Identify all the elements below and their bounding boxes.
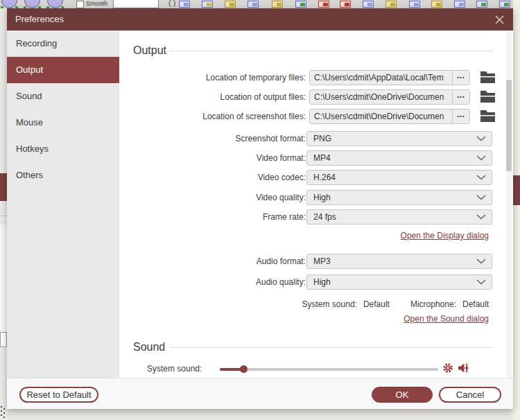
chevron-down-icon: [476, 214, 486, 220]
screenshot-format-dropdown[interactable]: PNG: [306, 131, 492, 146]
background-dot: [1, 406, 2, 408]
dialog-footer: Reset to Default OK Cancel: [7, 378, 513, 409]
parentheses-icon: ( ): [168, 0, 175, 8]
video-quality-value: High: [313, 193, 331, 202]
toolbar-icon: [295, 1, 306, 8]
audio-quality-dropdown[interactable]: High: [306, 274, 492, 290]
audio-format-value: MP3: [313, 256, 331, 266]
section-divider: [170, 347, 494, 348]
toolbar-icon: [202, 1, 213, 8]
open-display-dialog-link[interactable]: Open the Display dialog: [401, 231, 489, 240]
output-files-browse-button[interactable]: •••: [452, 90, 469, 104]
reset-to-default-button[interactable]: Reset to Default: [19, 387, 98, 403]
temporary-files-input[interactable]: [310, 71, 452, 85]
open-sound-dialog-link[interactable]: Open the Sound dialog: [404, 314, 489, 324]
chevron-down-icon: [476, 279, 486, 285]
output-files-field: •••: [309, 89, 470, 105]
output-panel: Output Location of temporary files: ••• …: [119, 30, 508, 378]
device-status-line: System sound: Default Microphone: Defaul…: [302, 299, 489, 309]
sidebar-item-sound[interactable]: Sound: [7, 83, 119, 110]
background-accent-block: [513, 175, 520, 205]
audio-format-label: Audio format:: [119, 254, 306, 269]
audio-format-dropdown[interactable]: MP3: [306, 254, 492, 269]
frame-rate-dropdown[interactable]: 24 fps: [306, 209, 492, 225]
smooth-checkbox: [76, 1, 84, 8]
toolbar-icon: [225, 1, 236, 8]
system-sound-slider-thumb[interactable]: [240, 365, 248, 373]
system-sound-settings-button[interactable]: [442, 362, 453, 374]
audio-quality-value: High: [313, 277, 331, 287]
temporary-files-browse-button[interactable]: •••: [452, 71, 469, 85]
video-quality-dropdown[interactable]: High: [306, 190, 492, 205]
folder-icon: [480, 110, 496, 123]
smooth-checkbox-label: Smooth: [86, 0, 107, 8]
screenshot-files-input[interactable]: [310, 110, 452, 123]
system-sound-speaker-button[interactable]: [458, 362, 469, 374]
video-quality-label: Video quality:: [119, 190, 306, 205]
temporary-files-label: Location of temporary files:: [119, 70, 306, 85]
output-section-heading: Output: [133, 44, 166, 57]
close-button[interactable]: [491, 11, 508, 28]
video-format-value: MP4: [313, 153, 331, 163]
output-files-open-folder-button[interactable]: [480, 90, 496, 103]
ok-button[interactable]: OK: [372, 387, 433, 403]
background-dot: [3, 412, 5, 414]
toolbar-icon: [272, 1, 283, 8]
dialog-titlebar[interactable]: Preferences: [7, 8, 513, 30]
sidebar-item-hotkeys[interactable]: Hotkeys: [7, 136, 119, 162]
section-divider: [170, 51, 494, 51]
toolbar-icon: [385, 1, 397, 8]
toolbar-icon: [454, 1, 465, 8]
dialog-title: Preferences: [15, 8, 64, 30]
toolbar-icon: [499, 1, 510, 8]
screenshot-files-browse-button[interactable]: •••: [452, 110, 469, 123]
video-codec-label: Video codec:: [119, 170, 306, 185]
output-files-input[interactable]: [310, 90, 452, 104]
audio-quality-label: Audio quality:: [119, 274, 306, 290]
toolbar-icon: [431, 1, 442, 8]
folder-icon: [480, 71, 496, 84]
video-format-dropdown[interactable]: MP4: [306, 150, 492, 166]
output-files-label: Location of output files:: [119, 89, 306, 105]
video-codec-value: H.264: [313, 173, 336, 182]
screenshot-files-field: •••: [309, 109, 470, 124]
background-right-panel: [513, 0, 520, 420]
sidebar-item-mouse[interactable]: Mouse: [7, 110, 119, 136]
system-sound-slider[interactable]: [220, 368, 438, 371]
screen: Smooth ( ) Preferences: [0, 0, 520, 420]
sidebar-item-others[interactable]: Others: [7, 162, 119, 189]
shape-circle-icon: [47, 0, 63, 8]
toolbar-value-input: [113, 0, 159, 8]
background-dot: [1, 410, 2, 412]
toolbar-icon: [409, 1, 420, 8]
toolbar-icon: [340, 1, 351, 8]
screenshot-format-label: Screenshot format:: [119, 131, 306, 146]
sidebar-item-output[interactable]: Output: [7, 57, 119, 83]
close-icon: [495, 15, 504, 24]
microphone-device-value: Default: [462, 299, 489, 309]
background-accent-block: [0, 173, 7, 201]
gear-icon: [442, 362, 453, 374]
sidebar-item-recording[interactable]: Recording: [7, 30, 119, 57]
system-sound-device-value: Default: [363, 299, 390, 309]
video-codec-dropdown[interactable]: H.264: [306, 170, 492, 185]
chevron-down-icon: [476, 175, 486, 180]
cancel-button[interactable]: Cancel: [439, 387, 501, 403]
background-dot: [1, 414, 2, 416]
background-left-panel: [0, 8, 7, 420]
frame-rate-value: 24 fps: [313, 212, 336, 222]
chevron-down-icon: [476, 195, 486, 200]
system-sound-slider-label: System sound:: [147, 364, 202, 374]
shape-circle-icon: [1, 0, 17, 8]
shape-circle-icon: [24, 0, 40, 8]
screenshot-format-value: PNG: [313, 134, 331, 143]
background-widget: [0, 332, 7, 347]
system-sound-slider-fill: [220, 368, 244, 371]
temporary-files-open-folder-button[interactable]: [480, 71, 496, 84]
scrollbar-thumb[interactable]: [506, 80, 512, 171]
screenshot-files-open-folder-button[interactable]: [480, 110, 496, 123]
sidebar: Recording Output Sound Mouse Hotkeys Oth…: [7, 30, 119, 378]
sound-section-heading: Sound: [133, 341, 165, 353]
temporary-files-field: •••: [309, 70, 470, 85]
speaker-plus-icon: [458, 362, 469, 374]
